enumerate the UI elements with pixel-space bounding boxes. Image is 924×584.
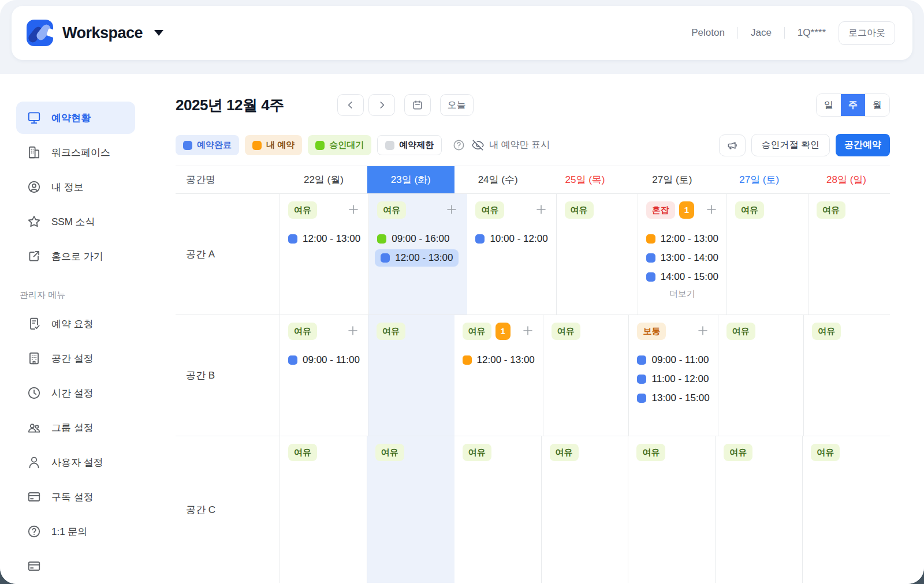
view-toggle-2[interactable]: 월 bbox=[865, 94, 889, 116]
plus-icon bbox=[696, 324, 710, 338]
status-badge-available: 여유 bbox=[475, 201, 504, 219]
column-header-day-3[interactable]: 25일 (목) bbox=[542, 166, 629, 193]
day-cell[interactable]: 여유 bbox=[716, 436, 803, 583]
booking-status-dot-icon bbox=[637, 375, 646, 384]
day-cell[interactable]: 여유09:00 - 16:0012:00 - 13:00 bbox=[369, 194, 467, 315]
card-icon bbox=[27, 489, 42, 504]
day-cell[interactable]: 여유 bbox=[557, 194, 638, 315]
reject-check-button[interactable]: 승인거절 확인 bbox=[751, 134, 830, 156]
view-toggle-0[interactable]: 일 bbox=[817, 94, 841, 116]
day-cell[interactable]: 여유 bbox=[368, 315, 454, 436]
day-cell[interactable]: 여유 bbox=[367, 436, 454, 583]
booking-item[interactable]: 09:00 - 16:00 bbox=[377, 230, 449, 248]
add-booking-button[interactable] bbox=[705, 203, 718, 216]
day-cell[interactable]: 여유 bbox=[628, 436, 716, 583]
add-booking-button[interactable] bbox=[521, 324, 535, 338]
sidebar-item-admin-4[interactable]: 사용자 설정 bbox=[16, 446, 135, 478]
add-booking-button[interactable] bbox=[445, 203, 459, 216]
add-booking-button[interactable] bbox=[346, 324, 360, 338]
chevron-right-icon bbox=[376, 99, 388, 111]
booking-item[interactable]: 10:00 - 12:00 bbox=[475, 230, 547, 248]
booking-item[interactable]: 09:00 - 11:00 bbox=[288, 351, 360, 369]
plus-icon bbox=[705, 203, 718, 216]
booking-item[interactable]: 11:00 - 12:00 bbox=[637, 370, 709, 388]
day-cell[interactable]: 여유 bbox=[808, 194, 890, 315]
view-toggle-1[interactable]: 주 bbox=[841, 94, 865, 116]
add-booking-button[interactable] bbox=[346, 203, 360, 216]
column-header-day-2[interactable]: 24일 (수) bbox=[454, 166, 542, 193]
day-cell[interactable]: 여유 bbox=[280, 436, 367, 583]
book-space-button[interactable]: 공간예약 bbox=[836, 134, 890, 156]
legend-label: 예약제한 bbox=[399, 140, 434, 151]
day-cell[interactable]: 여유 bbox=[454, 436, 542, 583]
sidebar-item-0[interactable]: 예약현황 bbox=[16, 102, 135, 134]
booking-item[interactable]: 13:00 - 15:00 bbox=[637, 390, 709, 407]
sidebar-item-admin-0[interactable]: 예약 요청 bbox=[16, 308, 135, 340]
column-header-day-0[interactable]: 22일 (월) bbox=[280, 166, 367, 193]
day-cell[interactable]: 보통09:00 - 11:0011:00 - 12:0013:00 - 15:0… bbox=[629, 315, 718, 436]
add-booking-button[interactable] bbox=[696, 324, 710, 338]
monitor-icon bbox=[27, 110, 42, 125]
prev-week-button[interactable] bbox=[337, 94, 364, 116]
day-cell[interactable]: 여유 bbox=[804, 315, 890, 436]
legend-help[interactable] bbox=[452, 138, 465, 152]
sidebar-item-admin-2[interactable]: 시간 설정 bbox=[16, 377, 135, 409]
buildings-icon bbox=[27, 145, 42, 160]
workspace-switcher[interactable]: Workspace bbox=[27, 20, 163, 46]
booking-item[interactable]: 12:00 - 13:00 bbox=[375, 249, 459, 267]
legend-dot-icon bbox=[385, 141, 394, 150]
day-cell[interactable]: 여유09:00 - 11:00 bbox=[280, 315, 368, 436]
day-cell[interactable]: 여유 bbox=[718, 315, 804, 436]
day-cell[interactable]: 여유12:00 - 13:00 bbox=[280, 194, 369, 315]
column-header-day-4[interactable]: 27일 (토) bbox=[628, 166, 716, 193]
nav-link-account[interactable]: 1Q**** bbox=[798, 27, 826, 39]
day-cell[interactable]: 여유 bbox=[803, 436, 890, 583]
top-right-nav: Peloton Jace 1Q**** 로그아웃 bbox=[691, 21, 895, 45]
more-link[interactable]: 더보기 bbox=[646, 289, 718, 300]
status-badge-busy: 혼잡 bbox=[646, 201, 675, 219]
reservation-table: 공간명22일 (월)23일 (화)24일 (수)25일 (목)27일 (토)27… bbox=[176, 166, 890, 583]
day-cell[interactable]: 여유 bbox=[542, 436, 629, 583]
booking-time: 12:00 - 13:00 bbox=[661, 233, 718, 245]
today-button[interactable]: 오늘 bbox=[440, 94, 474, 116]
day-cell[interactable]: 여유 bbox=[727, 194, 808, 315]
day-cell[interactable]: 여유 bbox=[543, 315, 629, 436]
sidebar-item-admin-3[interactable]: 그룹 설정 bbox=[16, 411, 135, 444]
sidebar-item-admin-7[interactable] bbox=[16, 550, 135, 582]
sidebar-item-label: 그룹 설정 bbox=[51, 421, 94, 435]
day-cell[interactable]: 여유112:00 - 13:00 bbox=[454, 315, 543, 436]
booking-item[interactable]: 13:00 - 14:00 bbox=[646, 249, 718, 267]
date-picker-button[interactable] bbox=[404, 94, 431, 116]
nav-link-user[interactable]: Jace bbox=[751, 27, 772, 39]
sidebar-item-3[interactable]: SSM 소식 bbox=[16, 205, 135, 238]
booking-item[interactable]: 12:00 - 13:00 bbox=[288, 230, 360, 248]
column-header-day-1[interactable]: 23일 (화) bbox=[367, 166, 454, 193]
day-cell[interactable]: 여유10:00 - 12:00 bbox=[467, 194, 556, 315]
announcement-button[interactable] bbox=[719, 134, 746, 156]
sidebar-item-admin-6[interactable]: 1:1 문의 bbox=[16, 515, 135, 548]
booking-item[interactable]: 14:00 - 15:00 bbox=[646, 268, 718, 286]
sidebar-item-label: 공간 설정 bbox=[51, 352, 94, 365]
sidebar-section-label: 관리자 메뉴 bbox=[20, 290, 176, 301]
booking-item[interactable]: 09:00 - 11:00 bbox=[637, 351, 709, 369]
sidebar-item-2[interactable]: 내 정보 bbox=[16, 171, 135, 203]
sidebar-item-admin-1[interactable]: 공간 설정 bbox=[16, 342, 135, 375]
table-row: 공간 A여유12:00 - 13:00여유09:00 - 16:0012:00 … bbox=[176, 194, 890, 315]
column-header-day-6[interactable]: 28일 (일) bbox=[803, 166, 890, 193]
only-my-reservations-toggle[interactable]: 내 예약만 표시 bbox=[471, 138, 550, 152]
card-icon bbox=[27, 489, 42, 504]
booking-item[interactable]: 12:00 - 13:00 bbox=[646, 230, 718, 248]
booking-item[interactable]: 12:00 - 13:00 bbox=[463, 351, 535, 369]
column-header-day-5[interactable]: 27일 (토) bbox=[716, 166, 803, 193]
plus-icon bbox=[534, 203, 548, 216]
sidebar-item-4[interactable]: 홈으로 가기 bbox=[16, 240, 135, 272]
page-title: 2025년 12월 4주 bbox=[176, 95, 284, 115]
sidebar-item-admin-5[interactable]: 구독 설정 bbox=[16, 481, 135, 513]
logout-button[interactable]: 로그아웃 bbox=[839, 21, 895, 45]
nav-link-company[interactable]: Peloton bbox=[691, 27, 725, 39]
status-badge-moderate: 보통 bbox=[637, 323, 666, 340]
add-booking-button[interactable] bbox=[534, 203, 548, 216]
sidebar-item-1[interactable]: 워크스페이스 bbox=[16, 136, 135, 169]
next-week-button[interactable] bbox=[368, 94, 395, 116]
day-cell[interactable]: 혼잡112:00 - 13:0013:00 - 14:0014:00 - 15:… bbox=[638, 194, 727, 315]
